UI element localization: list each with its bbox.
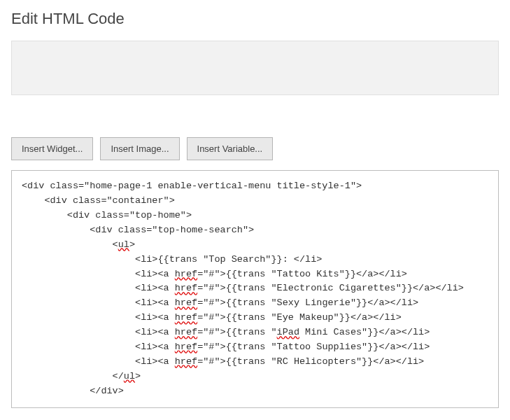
code-line: <li><a href="#">{{trans "Eye Makeup"}}</… <box>22 311 488 326</box>
code-line: <div class="container"> <box>22 194 488 209</box>
code-line: <div class="top-home-search"> <box>22 223 488 238</box>
html-code-editor[interactable]: <div class="home-page-1 enable-vertical-… <box>11 170 499 408</box>
code-line: </div> <box>22 384 488 399</box>
code-line: <li><a href="#">{{trans "Tattoo Kits"}}<… <box>22 267 488 282</box>
code-line: <div class="top-home"> <box>22 209 488 223</box>
code-line: <li><a href="#">{{trans "Tattoo Supplies… <box>22 340 488 355</box>
insert-image-button[interactable]: Insert Image... <box>100 137 179 160</box>
editor-toolbar: Insert Widget... Insert Image... Insert … <box>11 137 499 160</box>
insert-widget-button[interactable]: Insert Widget... <box>11 137 93 160</box>
code-line: <li><a href="#">{{trans "iPad Mini Cases… <box>22 326 488 340</box>
code-line: <li><a href="#">{{trans "Sexy Lingerie"}… <box>22 296 488 311</box>
code-line: <div class="home-page-1 enable-vertical-… <box>22 179 488 194</box>
code-line: <li><a href="#">{{trans "Electronic Ciga… <box>22 281 488 296</box>
code-line: <li>{{trans "Top Search"}}: </li> <box>22 253 488 267</box>
insert-variable-button[interactable]: Insert Variable... <box>187 137 274 160</box>
page-title: Edit HTML Code <box>11 10 499 28</box>
code-line: <ul> <box>22 238 488 253</box>
empty-panel <box>11 41 499 95</box>
code-line: <li><a href="#">{{trans "RC Helicopters"… <box>22 355 488 370</box>
code-line: </ul> <box>22 370 488 384</box>
